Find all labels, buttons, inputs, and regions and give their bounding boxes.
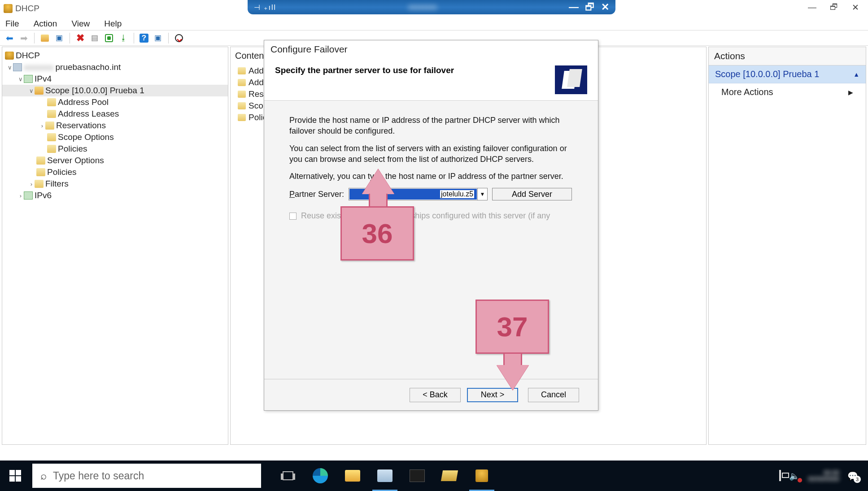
list-item[interactable]: Addr [234, 65, 268, 77]
tree-server-policies[interactable]: Policies [2, 166, 228, 178]
server-name-blurred: xxxxxxx [24, 62, 54, 72]
notifications-icon[interactable]: 💬3 [847, 471, 858, 481]
list-item[interactable]: Rese [234, 88, 268, 100]
server-manager-icon[interactable] [369, 461, 401, 491]
reconcile-icon[interactable] [104, 33, 114, 43]
folder-icon [238, 79, 246, 86]
expander-icon[interactable]: ∨ [17, 76, 24, 83]
actions-scope-row[interactable]: Scope [10.0.0.0] Prueba 1 ▲ [709, 65, 866, 83]
tree-scope-options[interactable]: Scope Options [2, 131, 228, 143]
cmd-icon[interactable] [401, 461, 433, 491]
tree-address-leases[interactable]: Address Leases [2, 108, 228, 120]
dhcp-taskbar-icon[interactable] [466, 461, 498, 491]
tree-server[interactable]: ∨ xxxxxxx pruebasnacho.int [2, 61, 228, 73]
show-hide-icon[interactable] [40, 33, 50, 43]
connect-icon[interactable]: ▣ [153, 33, 163, 43]
refresh-icon[interactable]: ▤ [90, 33, 100, 43]
tree-ipv6-label: IPv6 [35, 191, 52, 200]
back-button[interactable]: < Back [410, 388, 461, 402]
app-title: DHCP [15, 4, 39, 13]
tree-scope[interactable]: ∨ Scope [10.0.0.0] Prueba 1 [2, 85, 228, 96]
tree-server-options[interactable]: Server Options [2, 155, 228, 166]
notes-icon[interactable] [433, 461, 466, 491]
expander-icon[interactable]: ∨ [28, 87, 35, 94]
task-view-icon[interactable] [272, 461, 304, 491]
folder-icon [47, 133, 56, 141]
vm-close[interactable]: ✕ [601, 1, 609, 13]
volume-muted-icon[interactable]: 🔈 [789, 471, 800, 481]
reuse-checkbox [289, 213, 297, 220]
taskbar-search[interactable]: ⌕ Type here to search [32, 464, 261, 488]
folder-icon [47, 145, 56, 153]
export-icon[interactable]: ⭳ [118, 33, 128, 43]
menu-file[interactable]: File [5, 19, 19, 29]
list-item[interactable]: Scop [234, 100, 268, 112]
expander-icon[interactable]: ∨ [7, 64, 13, 71]
callout-36-arrow [362, 169, 394, 194]
help-icon[interactable]: ? [140, 34, 148, 43]
wizard-text-1: Provide the host name or IP address of t… [289, 115, 573, 137]
vm-restore[interactable]: 🗗 [585, 1, 595, 13]
expander-icon[interactable]: › [17, 192, 24, 199]
callout-36: 36 [340, 206, 414, 261]
tree-scope-label: Scope [10.0.0.0] Prueba 1 [45, 86, 144, 96]
tree-address-pool[interactable]: Address Pool [2, 96, 228, 108]
ipv6-icon [24, 191, 33, 200]
tree-filters[interactable]: › Filters [2, 178, 228, 190]
menu-view[interactable]: View [71, 19, 90, 29]
tree-scope-policies[interactable]: Policies [2, 143, 228, 155]
clock-blurred[interactable]: 00:0000/00/0000 [808, 469, 839, 482]
partner-server-label: Partner Server: [289, 190, 344, 199]
menu-help[interactable]: Help [104, 19, 122, 29]
download-icon[interactable] [174, 33, 184, 43]
tree-root[interactable]: DHCP [2, 50, 228, 61]
dropdown-icon[interactable]: ▼ [477, 188, 487, 200]
outer-minimize[interactable]: — [808, 2, 816, 13]
tree-pane: DHCP ∨ xxxxxxx pruebasnacho.int ∨ IPv4 ∨… [2, 47, 228, 445]
tree-server-options-label: Server Options [47, 156, 104, 165]
folder-icon [238, 91, 246, 98]
tree-scope-policies-label: Policies [58, 144, 87, 154]
tree-ipv6[interactable]: › IPv6 [2, 190, 228, 201]
wizard-footer: < Back Next > Cancel [264, 379, 598, 410]
expander-icon[interactable]: › [39, 122, 45, 129]
network-icon[interactable] [779, 471, 781, 481]
expander-icon[interactable]: › [28, 181, 35, 187]
ipv4-icon [24, 75, 33, 83]
menu-action[interactable]: Action [34, 19, 57, 29]
search-icon: ⌕ [40, 469, 47, 482]
list-item[interactable]: Polic [234, 112, 268, 123]
edge-icon[interactable] [304, 461, 336, 491]
system-tray: 🔈 00:0000/00/0000 💬3 [779, 469, 868, 482]
tree-filters-label: Filters [45, 179, 69, 189]
properties-icon[interactable]: ▣ [54, 33, 64, 43]
list-item[interactable]: Addr [234, 77, 268, 88]
file-explorer-icon[interactable] [336, 461, 369, 491]
callout-37-arrow [497, 365, 529, 390]
callout-37-text: 37 [497, 311, 528, 343]
contents-header: Content [235, 51, 266, 61]
tree-reservations[interactable]: › Reservations [2, 120, 228, 131]
folder-icon [47, 98, 56, 106]
wizard-heading: Specify the partner server to use for fa… [275, 65, 454, 93]
outer-close[interactable]: ✕ [852, 2, 859, 13]
tree-address-leases-label: Address Leases [58, 109, 119, 119]
collapse-icon[interactable]: ▲ [853, 71, 859, 78]
back-icon[interactable]: ⬅ [4, 33, 14, 43]
folder-icon [238, 102, 246, 109]
delete-icon[interactable]: ✖ [75, 33, 85, 43]
folder-icon [238, 67, 246, 74]
partner-server-value: jotelulu.z5 [440, 190, 474, 198]
cancel-button[interactable]: Cancel [528, 388, 579, 402]
tree-ipv4[interactable]: ∨ IPv4 [2, 73, 228, 85]
wizard-text-2: You can select from the list of servers … [289, 143, 573, 165]
toolbar-sep2 [70, 33, 70, 43]
wizard-title: Configure Failover [264, 40, 598, 58]
actions-more-row[interactable]: More Actions ▶ [709, 83, 866, 101]
tree-scope-options-label: Scope Options [58, 132, 114, 142]
outer-restore[interactable]: 🗗 [830, 2, 838, 13]
add-server-button[interactable]: Add Server [492, 188, 572, 200]
start-button[interactable] [0, 461, 31, 491]
vm-minimize[interactable]: — [569, 1, 579, 13]
vm-signal-icon: ⊣ ₊ıll [254, 3, 276, 12]
